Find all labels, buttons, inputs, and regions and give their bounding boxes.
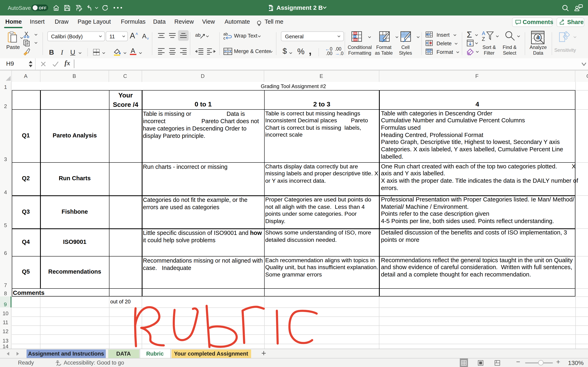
svg-text:ab: ab: [223, 32, 228, 36]
svg-text:c: c: [223, 36, 225, 40]
svg-text:Z: Z: [482, 36, 485, 42]
svg-text:ab: ab: [195, 32, 201, 38]
svg-text:X: X: [269, 6, 271, 9]
svg-text:A: A: [482, 31, 485, 36]
